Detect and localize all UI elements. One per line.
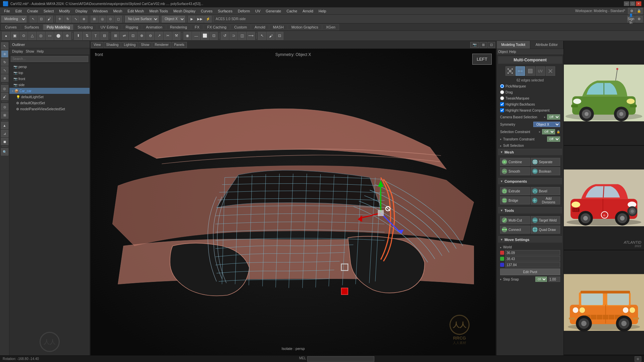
- tab-attribute-editor[interactable]: Attribute Editor: [530, 41, 564, 49]
- vp-icon-wire[interactable]: ⊡: [488, 42, 495, 48]
- vp-icon-cam[interactable]: 📷: [470, 42, 479, 48]
- lasso-select-btn[interactable]: ⊡: [38, 16, 45, 22]
- vp-lighting[interactable]: Lighting: [121, 42, 138, 48]
- mesh-section-header[interactable]: ▼ Mesh: [498, 149, 562, 155]
- ico-paint2[interactable]: 🖌: [267, 32, 275, 40]
- tab-sculpting[interactable]: Sculpting: [74, 24, 96, 30]
- menu-arnold[interactable]: Arnold: [300, 8, 316, 14]
- settings-btn[interactable]: ⚙: [635, 16, 643, 22]
- vp-icon-grid[interactable]: ⊞: [480, 42, 487, 48]
- viewport[interactable]: View Shading Lighting Show Renderer Pane…: [90, 41, 496, 355]
- combine-button[interactable]: Combine: [500, 158, 530, 166]
- lock-btn[interactable]: 🔒: [635, 8, 643, 14]
- highlight-backfaces-check[interactable]: [500, 102, 504, 106]
- face-select-btn[interactable]: [526, 66, 535, 76]
- snap-grid-btn[interactable]: ⊞: [91, 16, 98, 22]
- render-btn[interactable]: ▶: [188, 16, 196, 22]
- add-divisions-button[interactable]: Add Divisions: [531, 196, 560, 204]
- tk-subtab-object[interactable]: Object: [498, 50, 508, 54]
- lt-sculpt[interactable]: ⊿: [1, 130, 8, 137]
- smooth-button[interactable]: Smooth: [500, 167, 530, 175]
- sel-constraint-select[interactable]: OffOn: [542, 129, 555, 134]
- tools-section-header[interactable]: ▼ Tools: [498, 207, 562, 214]
- pick-marquee-radio[interactable]: [500, 84, 504, 88]
- uv-select-btn[interactable]: UV: [536, 66, 545, 76]
- vp-view[interactable]: View: [91, 42, 103, 48]
- vp-renderer[interactable]: Renderer: [152, 42, 171, 48]
- tree-item-car-car[interactable]: ▸ 📦 Car_car: [9, 88, 90, 94]
- ico-pipe[interactable]: ⊕: [63, 32, 71, 40]
- menu-create[interactable]: Create: [24, 8, 41, 14]
- maximize-button[interactable]: □: [630, 1, 635, 6]
- menu-generate[interactable]: Generate: [263, 8, 284, 14]
- tab-custom[interactable]: Custom: [230, 24, 251, 30]
- lt-stamp[interactable]: ◼: [1, 138, 8, 145]
- tree-item-top[interactable]: 📷 top: [9, 70, 90, 76]
- tab-modeling-toolkit[interactable]: Modeling Toolkit: [497, 41, 530, 49]
- menu-help[interactable]: Help: [316, 8, 329, 14]
- ico-torus[interactable]: ◎: [37, 32, 45, 40]
- camera-based-arrow[interactable]: ▸: [544, 115, 546, 119]
- paint-select-btn[interactable]: 🖌: [46, 16, 53, 22]
- ico-separate[interactable]: ⊖: [146, 32, 154, 40]
- menu-edit[interactable]: Edit: [13, 8, 24, 14]
- mode-select[interactable]: Modeling Rigging Animation: [1, 16, 26, 22]
- boolean-button[interactable]: Boolean: [531, 167, 560, 175]
- vertex-select-btn[interactable]: [505, 66, 515, 76]
- tab-rendering[interactable]: Rendering: [166, 24, 191, 30]
- lt-show-manip[interactable]: ⊙: [1, 103, 8, 111]
- menu-mesh[interactable]: Mesh: [110, 8, 125, 14]
- object-mode-select[interactable]: Object X: [162, 16, 185, 22]
- menu-uv[interactable]: UV: [253, 8, 263, 14]
- lt-select[interactable]: ↖: [1, 42, 8, 50]
- separate-button[interactable]: Separate: [531, 158, 560, 166]
- highlight-nearest-check[interactable]: [500, 108, 504, 112]
- multi-close-btn[interactable]: [546, 66, 555, 76]
- minimize-button[interactable]: ─: [624, 1, 629, 6]
- ico-region[interactable]: ◫: [238, 32, 246, 40]
- x-coord-input[interactable]: [505, 250, 560, 255]
- snap-surface-btn[interactable]: ◻: [115, 16, 122, 22]
- ico-combine[interactable]: ⊕: [138, 32, 146, 40]
- symmetry-select[interactable]: Object XObject YObject ZWorld X: [533, 122, 560, 127]
- ico-shortest-path[interactable]: ⟶: [247, 32, 255, 40]
- ico-cone[interactable]: △: [28, 32, 36, 40]
- ico-ring[interactable]: ⊃: [229, 32, 237, 40]
- tab-poly-modeling[interactable]: Poly Modeling: [43, 24, 73, 30]
- ico-text[interactable]: T: [92, 32, 100, 40]
- camera-based-select[interactable]: OffOn: [547, 114, 560, 120]
- viewport-view-btn[interactable]: LEFT: [472, 54, 492, 65]
- tab-fx[interactable]: FX: [191, 24, 203, 30]
- soft-sel-arrow[interactable]: ▸: [500, 144, 502, 147]
- menu-surfaces[interactable]: Surfaces: [215, 8, 235, 14]
- ico-extrude[interactable]: ⬆: [74, 32, 82, 40]
- ico-subdivide[interactable]: ⊡: [129, 32, 137, 40]
- menu-modify[interactable]: Modify: [56, 8, 72, 14]
- y-coord-input[interactable]: [505, 256, 560, 261]
- tab-mash[interactable]: MASH: [269, 24, 287, 30]
- ico-bevel[interactable]: ⊟: [100, 32, 108, 40]
- vp-show[interactable]: Show: [139, 42, 152, 48]
- outliner-help[interactable]: Help: [37, 50, 44, 53]
- tree-item-default-object-set[interactable]: ⚙ defaultObjectSet: [9, 100, 90, 106]
- transform-constraint-select[interactable]: OffOn: [547, 136, 560, 142]
- ico-cube[interactable]: ▣: [11, 32, 19, 40]
- ico-loop[interactable]: ↺: [221, 32, 229, 40]
- tk-subtab-help[interactable]: Help: [509, 50, 516, 54]
- ico-cut[interactable]: ✂: [164, 32, 172, 40]
- snap-curve-btn[interactable]: ◎: [99, 16, 106, 22]
- lt-universal[interactable]: ⊕: [1, 74, 8, 82]
- lt-search[interactable]: 🔍: [1, 148, 8, 156]
- step-snap-select[interactable]: OffOn: [535, 277, 547, 282]
- scale-tool-btn[interactable]: ⤡: [72, 16, 79, 22]
- ico-face-icon[interactable]: ⬜: [201, 32, 209, 40]
- ico-lasso2[interactable]: ⊡: [275, 32, 283, 40]
- menu-mesh-display[interactable]: Mesh Display: [171, 8, 198, 14]
- mel-input[interactable]: [307, 356, 374, 362]
- status-expand-btn[interactable]: ⊞: [635, 356, 641, 362]
- menu-curves[interactable]: Curves: [198, 8, 215, 14]
- select-tool-btn[interactable]: ↖: [30, 16, 37, 22]
- sign-in-btn[interactable]: 👤 Sign In: [627, 16, 635, 22]
- tab-motion-graphics[interactable]: Motion Graphics: [288, 24, 322, 30]
- multi-cut-button[interactable]: Multi-Cut: [500, 216, 530, 224]
